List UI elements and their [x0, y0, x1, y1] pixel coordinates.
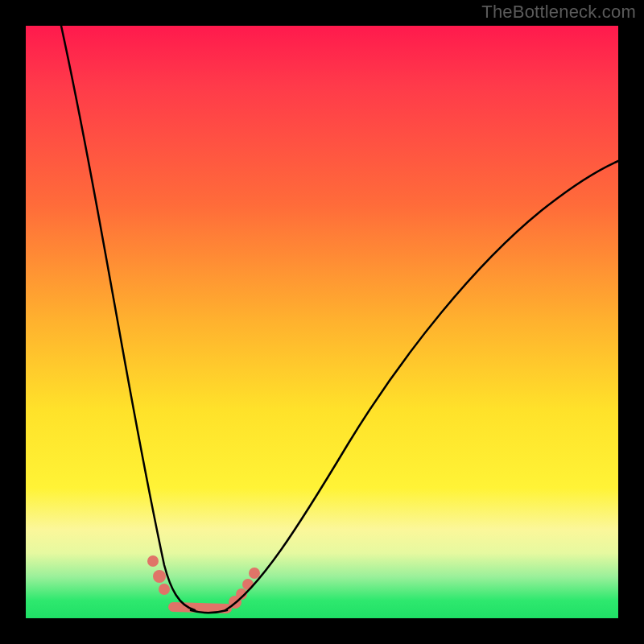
bead-dot — [147, 555, 159, 567]
chart-frame: TheBottleneck.com — [0, 0, 644, 644]
bead-dot — [242, 579, 254, 590]
bead-dot — [249, 568, 260, 579]
curve-left-branch — [61, 26, 195, 610]
bead-dot — [159, 584, 170, 595]
curve-right-branch — [225, 161, 618, 610]
chart-svg — [26, 26, 618, 618]
bead-segment — [173, 607, 227, 609]
bead-dot — [153, 570, 166, 583]
bottleneck-curve — [61, 26, 618, 613]
watermark-text: TheBottleneck.com — [481, 2, 636, 23]
